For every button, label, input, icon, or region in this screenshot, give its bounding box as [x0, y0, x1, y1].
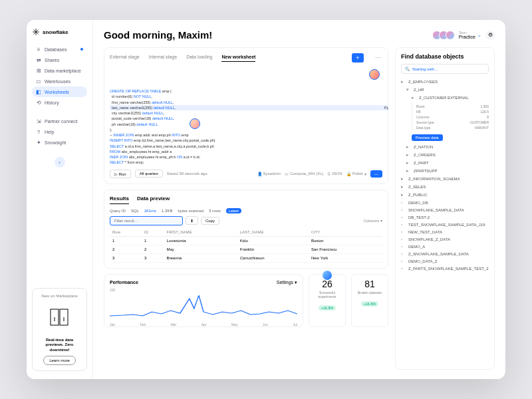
table-row[interactable]: 22MayFranklinSan Francisco — [110, 245, 382, 253]
performance-chart: 100 JanFebMarAprMayJunJul — [110, 288, 297, 321]
stat-datasets: 81Broken datasets+16.8% — [351, 274, 388, 327]
tab-data-preview[interactable]: Data preview — [137, 196, 170, 204]
tree-node[interactable]: ▸Z_SELES — [401, 183, 489, 191]
copy-button[interactable]: Copy — [201, 217, 219, 225]
object-browser: Find database objects 🔍 Starting with...… — [395, 47, 495, 370]
nav-partner-connect[interactable]: ⇲Partner connect — [32, 116, 87, 126]
nav-snowsight[interactable]: ✦Snowsight — [32, 137, 87, 148]
tree-node[interactable]: ▸Z_PART — [401, 159, 489, 167]
tree-node[interactable]: ▫NEW_TEST_DATA — [401, 228, 489, 235]
tree-node[interactable]: ▫SNOWFLAKE_SAMPLE_DATA — [401, 206, 489, 213]
tree-node[interactable]: ▸Z_INFORMATION_SCHEMA — [401, 175, 489, 183]
team-avatars[interactable] — [435, 31, 455, 40]
save-status: Saved 39 seconds ago — [167, 172, 207, 176]
brand-logo: snowflake — [32, 28, 87, 36]
learn-more-button[interactable]: Learn more — [43, 356, 76, 365]
run-button[interactable]: ▷ Run — [110, 170, 131, 178]
tree-node[interactable]: ▸ZPARTSUPP — [401, 167, 489, 175]
worksheet-card: External stageInternal stageData loading… — [104, 47, 388, 184]
nav-databases[interactable]: ≡Databases — [32, 44, 87, 55]
preview-data-button[interactable]: Preview data — [412, 134, 443, 141]
warehouse-selector[interactable]: ▭ Compute_WH (XL) — [285, 172, 324, 176]
collaborator-avatar[interactable] — [190, 118, 200, 129]
latest-badge[interactable]: Latest — [226, 208, 241, 213]
collapse-sidebar[interactable]: ‹ — [55, 157, 65, 168]
tree-node[interactable]: ▫SNOWFLAKE_Z_DATA — [401, 235, 489, 243]
all-queries-button[interactable]: All queries — [135, 170, 163, 178]
worksheet-menu-button[interactable]: ⋯ — [370, 170, 382, 178]
tree-node[interactable]: ▫Z_PARTS_SNOWFLAKE_SAMPLE_TEST_2 — [401, 265, 489, 272]
tree-node[interactable]: ▸Z_NATION — [401, 143, 489, 151]
sidebar: snowflake ≡Databases⇄Shares⊞Data marketp… — [27, 20, 93, 379]
columns-selector[interactable]: Columns ▾ — [364, 218, 382, 223]
tab-results[interactable]: Results — [110, 196, 129, 204]
tree-node[interactable]: ▫DB_TEST-2 — [401, 213, 489, 221]
tree-node[interactable]: ▫DEMO_DB — [401, 199, 489, 206]
tab-data-loading[interactable]: Data loading — [186, 55, 212, 61]
tree-node[interactable]: ▫Z_SNOWFLAKE_SAMPLE_DATA — [401, 250, 489, 257]
format-selector[interactable]: {} JSON — [328, 172, 342, 176]
team-selector[interactable]: TeamPractice ⌄ — [459, 31, 481, 39]
nav-shares[interactable]: ⇄Shares — [32, 55, 87, 65]
tab-internal-stage[interactable]: Internal stage — [149, 55, 177, 61]
nav-data-marketplace[interactable]: ⊞Data marketplace — [32, 65, 87, 76]
table-row[interactable]: 11LucastoniaKidoBoston — [110, 236, 382, 245]
nav-warehouses[interactable]: ▭Warehouses — [32, 76, 87, 86]
add-worksheet-button[interactable]: + — [352, 53, 364, 63]
nav-history[interactable]: ⟲History — [32, 97, 87, 108]
sql-editor[interactable]: CREATE OR REPLACE TABLE emp ( id number(… — [110, 66, 382, 166]
main-content: Good morning, Maxim! TeamPractice ⌄ ⚙ Ex… — [93, 20, 505, 379]
stat-experiments: 26Successful experiments+16.8% — [309, 274, 346, 327]
stat-avatar — [323, 271, 332, 280]
perf-settings[interactable]: Settings ▾ — [277, 280, 297, 285]
results-table: RowIDFIRST_NAMELAST_NAMECITY11Lucastonia… — [110, 228, 382, 263]
chevron-down-icon: ⌄ — [477, 33, 481, 38]
performance-card: PerformanceSettings ▾ 100 JanFebMarAprMa… — [104, 274, 303, 327]
role-selector[interactable]: 👤 Sysadmin — [257, 172, 281, 176]
nav-help[interactable]: ?Help — [32, 126, 87, 137]
marketplace-promo: New on Marketplace Real-time data previe… — [32, 288, 87, 371]
snowflake-icon — [32, 28, 40, 36]
tree-node[interactable]: ▾Z_HR — [401, 86, 489, 94]
tree-node[interactable]: ▸Z_ORDERS — [401, 151, 489, 159]
settings-button[interactable]: ⚙ — [485, 31, 495, 40]
tree-node[interactable]: ▸Z_CUSTOMER EXTERNAL — [401, 94, 489, 102]
tab-new-worksheet[interactable]: New worksheet — [221, 55, 255, 62]
table-row[interactable]: 33BreannaCamochiasonNew York — [110, 253, 382, 262]
tree-node[interactable]: ▸Z_EMPLOYEES — [401, 78, 489, 86]
nav-worksheets[interactable]: ◧Worksheets — [32, 86, 87, 97]
greeting: Good morning, Maxim! — [104, 29, 212, 41]
tree-node[interactable]: ▸Z_PUBLIC — [401, 191, 489, 199]
tab-external-stage[interactable]: External stage — [110, 55, 140, 61]
results-card: Results Data preview Query IDSQL 261ms 1… — [104, 190, 388, 269]
promo-illustration — [37, 301, 82, 334]
collaborator-avatar[interactable] — [369, 69, 380, 80]
tree-node[interactable]: ▫DEMO_DATA_Z — [401, 257, 489, 265]
download-button[interactable]: ⬇ — [186, 216, 198, 225]
filter-input[interactable] — [110, 216, 183, 225]
search-input[interactable]: 🔍 Starting with... — [401, 64, 489, 74]
tree-node[interactable]: ▫TEST_SNOWFLAKE_SAMPLE_DATA_J19 — [401, 221, 489, 228]
visibility-selector[interactable]: 🔒 Public ▾ — [346, 172, 366, 176]
tree-node[interactable]: ▫DEMO_A — [401, 243, 489, 250]
worksheet-more-button[interactable]: ⋯ — [373, 53, 382, 63]
